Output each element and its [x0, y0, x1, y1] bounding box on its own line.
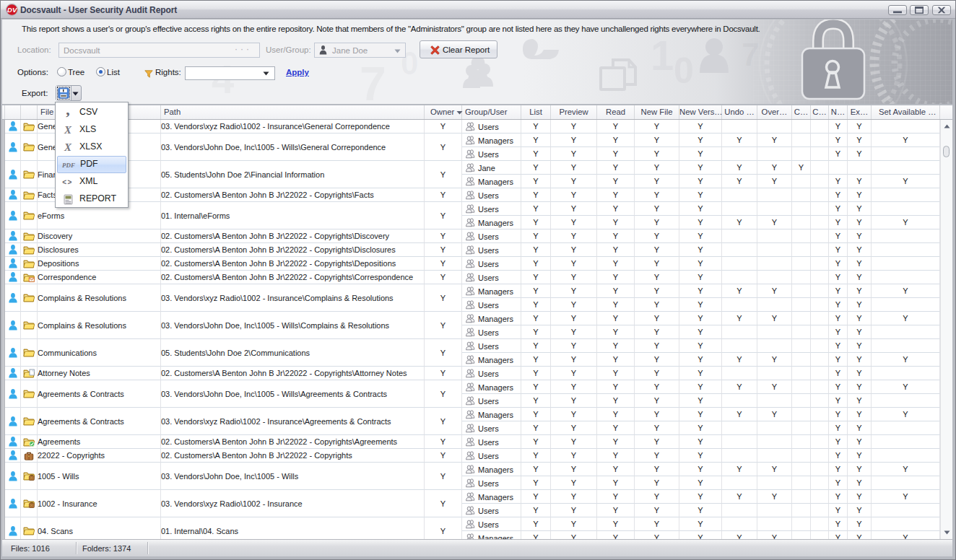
svg-text:DV: DV [7, 6, 17, 14]
svg-text:0: 0 [674, 51, 694, 91]
svg-text:7: 7 [360, 57, 386, 105]
svg-text:1: 1 [651, 32, 674, 79]
svg-text:7: 7 [742, 37, 759, 72]
